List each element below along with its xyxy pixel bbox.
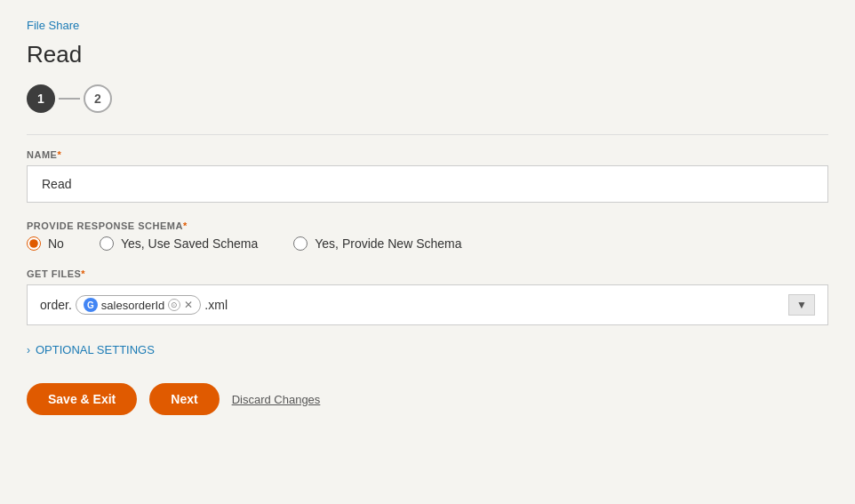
dropdown-arrow-button[interactable]: ▼ — [788, 294, 815, 316]
remove-tag-icon[interactable]: ✕ — [184, 300, 193, 310]
name-label: NAME* — [27, 149, 828, 160]
schema-no-label: No — [48, 236, 64, 251]
breadcrumb: File Share — [27, 18, 828, 32]
schema-section: PROVIDE RESPONSE SCHEMA* No Yes, Use Sav… — [27, 220, 828, 251]
schema-saved-label: Yes, Use Saved Schema — [121, 236, 258, 251]
step-1-circle: 1 — [27, 84, 55, 113]
get-files-label: GET FILES* — [27, 268, 828, 279]
file-ext-text: .xml — [204, 298, 228, 312]
breadcrumb-link[interactable]: File Share — [27, 19, 79, 32]
get-files-tag: G salesorderId ⊙ ✕ — [76, 295, 202, 315]
stepper: 1 2 — [27, 84, 828, 113]
schema-radio-saved[interactable]: Yes, Use Saved Schema — [100, 236, 258, 251]
discard-button[interactable]: Discard Changes — [232, 393, 321, 406]
optional-settings-toggle[interactable]: › OPTIONAL SETTINGS — [27, 343, 828, 356]
divider-top — [27, 134, 828, 135]
name-input[interactable] — [27, 165, 828, 203]
step-2-circle: 2 — [84, 84, 112, 113]
actions-row: Save & Exit Next Discard Changes — [27, 383, 828, 415]
chevron-right-icon: › — [27, 344, 30, 356]
get-files-static-text: order. — [40, 298, 72, 312]
schema-label: PROVIDE RESPONSE SCHEMA* — [27, 220, 828, 231]
schema-radio-group: No Yes, Use Saved Schema Yes, Provide Ne… — [27, 236, 828, 251]
get-files-box[interactable]: order. G salesorderId ⊙ ✕ .xml ▼ — [27, 284, 828, 325]
schema-radio-no[interactable]: No — [27, 236, 64, 251]
step-connector — [59, 98, 80, 100]
schema-radio-new[interactable]: Yes, Provide New Schema — [293, 236, 461, 251]
tag-text: salesorderId — [101, 299, 165, 312]
save-exit-button[interactable]: Save & Exit — [27, 383, 137, 415]
page-title: Read — [27, 41, 828, 68]
next-button[interactable]: Next — [149, 383, 219, 415]
info-dot-icon: ⊙ — [168, 299, 180, 311]
g-icon: G — [84, 298, 98, 312]
optional-settings-label: OPTIONAL SETTINGS — [36, 343, 155, 356]
get-files-section: GET FILES* order. G salesorderId ⊙ ✕ .xm… — [27, 268, 828, 325]
schema-new-label: Yes, Provide New Schema — [315, 236, 461, 251]
name-section: NAME* — [27, 149, 828, 203]
